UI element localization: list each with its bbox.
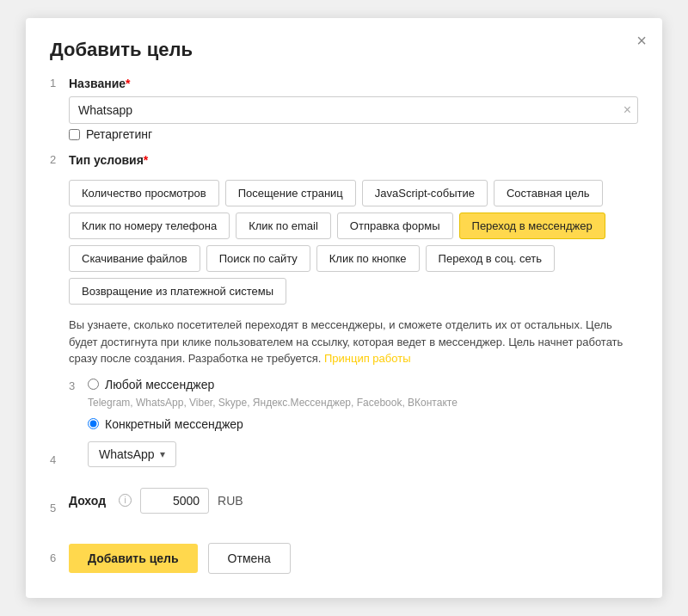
retarget-label: Ретаргетинг (86, 127, 152, 141)
cond-btn-views[interactable]: Количество просмотров (69, 180, 219, 206)
step5-num: 5 (50, 502, 65, 514)
step1-num: 1 (50, 77, 65, 89)
dropdown-label: WhatsApp (99, 447, 155, 461)
income-section: Доход i RUB (69, 488, 243, 514)
clear-input-button[interactable]: × (624, 102, 631, 118)
step3-num: 3 (69, 379, 84, 392)
income-currency: RUB (218, 494, 243, 508)
specific-messenger-radio-row: Конкретный мессенджер (88, 417, 243, 431)
name-label: Название* (69, 77, 638, 90)
cond-btn-messenger[interactable]: Переход в мессенджер (459, 213, 605, 239)
messenger-dropdown[interactable]: WhatsApp ▾ (88, 441, 176, 467)
cond-btn-phone[interactable]: Клик по номеру телефона (69, 213, 230, 239)
any-messenger-radio[interactable] (88, 379, 99, 390)
retarget-checkbox[interactable] (69, 129, 80, 140)
specific-messenger-radio[interactable] (88, 418, 99, 429)
income-label: Доход (69, 494, 106, 508)
info-link[interactable]: Принцип работы (324, 352, 411, 365)
cond-btn-download[interactable]: Скачивание файлов (69, 245, 200, 272)
condition-buttons: Количество просмотров Посещение страниц … (69, 180, 638, 305)
cond-btn-js[interactable]: JavaScript-событие (362, 180, 488, 206)
cond-btn-form[interactable]: Отправка формы (337, 213, 453, 239)
step2-num: 2 (50, 153, 65, 166)
step4-num: 4 (50, 453, 65, 466)
income-row-container: 5 Доход i RUB (50, 488, 638, 529)
condition-label: Тип условия* (69, 153, 148, 167)
name-input[interactable] (69, 96, 638, 124)
cond-btn-composite[interactable]: Составная цель (494, 180, 603, 206)
income-info-icon: i (119, 494, 132, 507)
cancel-button[interactable]: Отмена (208, 543, 291, 574)
info-text: Вы узнаете, сколько посетителей переходя… (69, 317, 638, 367)
condition-label-row: 2 Тип условия* (50, 153, 638, 173)
cond-btn-social[interactable]: Переход в соц. сеть (426, 245, 555, 272)
retarget-row: Ретаргетинг (69, 127, 638, 141)
cond-btn-email[interactable]: Клик по email (236, 213, 331, 239)
specific-messenger-row: Конкретный мессенджер (69, 417, 638, 434)
condition-section: 2 Тип условия* Количество просмотров Пос… (50, 153, 638, 305)
name-section: 1 Название* × (50, 77, 638, 124)
cond-btn-search[interactable]: Поиск по сайту (206, 245, 310, 272)
chevron-down-icon: ▾ (160, 448, 165, 460)
any-messenger-sub: Telegram, WhatsApp, Viber, Skype, Яндекс… (88, 397, 638, 409)
cond-btn-payment[interactable]: Возвращение из платежной системы (69, 278, 286, 305)
action-row-container: 6 Добавить цель Отмена (50, 543, 638, 574)
specific-messenger-label: Конкретный мессенджер (105, 417, 243, 431)
whatsapp-dropdown-row: 4 WhatsApp ▾ (50, 441, 638, 479)
any-messenger-row: 3 Любой мессенджер (69, 378, 638, 395)
messenger-type-section: 3 Любой мессенджер Telegram, WhatsApp, V… (69, 378, 638, 434)
add-goal-button[interactable]: Добавить цель (69, 544, 198, 573)
add-goal-dialog: Добавить цель × 1 Название* × Ретаргетин… (26, 18, 662, 598)
step6-num: 6 (50, 551, 65, 564)
close-button[interactable]: × (636, 32, 647, 49)
name-input-wrap: × (69, 96, 638, 124)
action-buttons: Добавить цель Отмена (69, 543, 291, 574)
cond-btn-pages[interactable]: Посещение страниц (225, 180, 356, 206)
cond-btn-button[interactable]: Клик по кнопке (316, 245, 420, 272)
dialog-title: Добавить цель (50, 39, 638, 61)
any-messenger-label: Любой мессенджер (105, 378, 214, 391)
any-messenger-radio-row: Любой мессенджер (88, 378, 214, 391)
income-input[interactable] (140, 488, 209, 514)
